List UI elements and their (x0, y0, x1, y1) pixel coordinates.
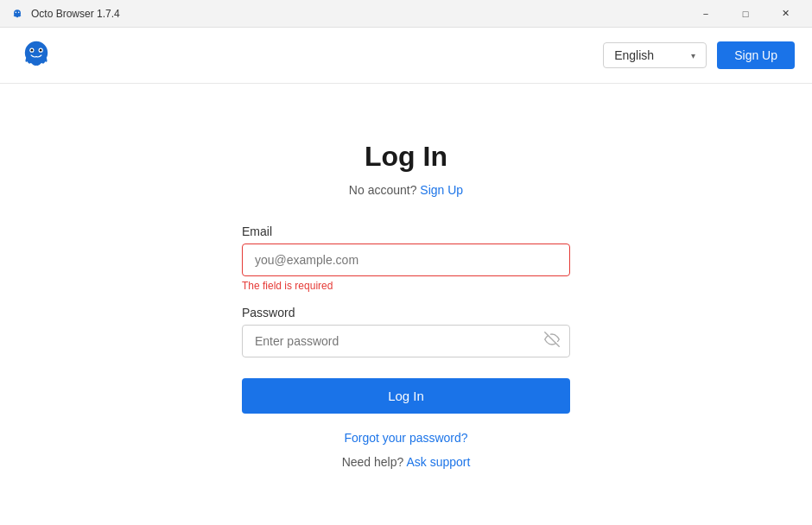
need-help-text: Need help? Ask support (342, 455, 471, 469)
login-form: Log In No account? Sign Up Email The fie… (242, 141, 570, 469)
no-account-label: No account? (349, 183, 417, 197)
window-controls: − □ ✕ (686, 0, 805, 28)
password-wrapper (242, 325, 570, 357)
login-button[interactable]: Log In (242, 378, 570, 414)
ask-support-link[interactable]: Ask support (406, 455, 470, 469)
page-title: Log In (365, 141, 447, 173)
language-label: English (614, 48, 654, 62)
chevron-down-icon: ▾ (691, 51, 695, 60)
signup-link[interactable]: Sign Up (420, 183, 463, 197)
header-signup-button[interactable]: Sign Up (717, 41, 795, 69)
main-content: Log In No account? Sign Up Email The fie… (0, 84, 812, 525)
svg-point-2 (18, 11, 20, 13)
app-header: English ▾ Sign Up (0, 28, 812, 84)
svg-point-1 (16, 11, 17, 13)
logo-area (17, 36, 55, 74)
svg-point-7 (40, 49, 42, 52)
svg-point-6 (31, 49, 34, 52)
email-group: Email The field is required (242, 225, 570, 292)
need-help-label: Need help? (342, 455, 404, 469)
title-bar: Octo Browser 1.7.4 − □ ✕ (0, 0, 812, 28)
password-group: Password (242, 306, 570, 357)
no-account-text: No account? Sign Up (349, 183, 463, 197)
header-right: English ▾ Sign Up (603, 41, 795, 69)
title-bar-left: Octo Browser 1.7.4 (10, 7, 120, 21)
email-input[interactable] (242, 244, 570, 276)
logo-icon (17, 36, 55, 74)
password-input[interactable] (242, 325, 570, 357)
forgot-password-link[interactable]: Forgot your password? (344, 431, 467, 445)
email-label: Email (242, 225, 570, 238)
password-label: Password (242, 306, 570, 319)
app-title: Octo Browser 1.7.4 (31, 8, 120, 20)
minimize-button[interactable]: − (686, 0, 726, 28)
maximize-button[interactable]: □ (726, 0, 765, 28)
app-icon (10, 7, 24, 21)
toggle-password-icon[interactable] (544, 332, 560, 351)
close-button[interactable]: ✕ (765, 0, 805, 28)
email-error-message: The field is required (242, 280, 570, 292)
language-selector[interactable]: English ▾ (603, 42, 707, 68)
